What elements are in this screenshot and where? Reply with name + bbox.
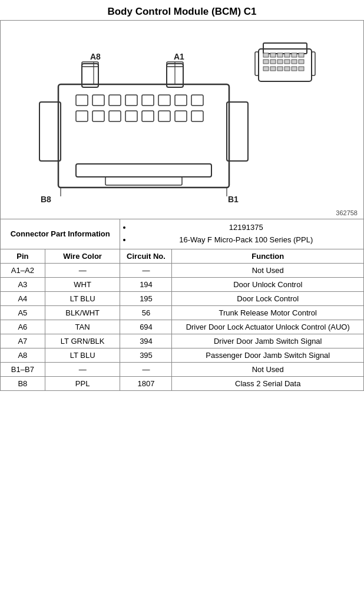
cell-function: Door Lock Control <box>172 291 364 305</box>
diagram-area: A8 A1 B8 B1 362758 <box>0 20 364 219</box>
table-row: B1–B7——Not Used <box>1 362 364 376</box>
svg-rect-10 <box>277 60 283 64</box>
header-function: Function <box>172 249 364 263</box>
connector-detail-2: 16-Way F Micro-Pack 100 Series (PPL) <box>132 234 360 246</box>
svg-rect-17 <box>284 67 290 71</box>
svg-rect-44 <box>191 111 203 121</box>
cell-pin: A7 <box>1 334 45 348</box>
header-circuit-no: Circuit No. <box>120 249 172 263</box>
cell-pin: B8 <box>1 376 45 390</box>
connector-detail-1: 12191375 <box>132 222 360 234</box>
table-row: B8PPL1807Class 2 Serial Data <box>1 376 364 390</box>
svg-rect-45 <box>76 164 211 177</box>
svg-rect-40 <box>125 111 137 121</box>
cell-wire-color: LT BLU <box>45 291 120 305</box>
cell-function: Door Unlock Control <box>172 277 364 291</box>
cell-pin: B1–B7 <box>1 362 45 376</box>
cell-pin: A5 <box>1 305 45 320</box>
svg-rect-38 <box>92 111 104 121</box>
table-row: A6TAN694Driver Door Lock Actuator Unlock… <box>1 320 364 334</box>
cell-function: Not Used <box>172 263 364 277</box>
svg-rect-12 <box>292 60 297 64</box>
svg-rect-29 <box>76 95 88 106</box>
cell-circuit-no: — <box>120 263 172 277</box>
connector-diagram: A8 A1 B8 B1 <box>23 25 341 214</box>
svg-rect-35 <box>175 95 187 106</box>
svg-rect-11 <box>284 60 290 64</box>
cell-circuit-no: 56 <box>120 305 172 320</box>
svg-rect-5 <box>284 53 290 57</box>
connector-info-details: 12191375 16-Way F Micro-Pack 100 Series … <box>120 219 364 249</box>
svg-rect-30 <box>92 95 104 106</box>
svg-rect-37 <box>76 111 88 121</box>
svg-rect-34 <box>158 95 170 106</box>
svg-rect-8 <box>263 60 269 64</box>
svg-rect-16 <box>277 67 283 71</box>
label-a1: A1 <box>174 52 184 61</box>
page-title: Body Control Module (BCM) C1 <box>0 0 364 20</box>
svg-rect-31 <box>109 95 121 106</box>
cell-function: Driver Door Lock Actuator Unlock Control… <box>172 320 364 334</box>
cell-pin: A3 <box>1 277 45 291</box>
cell-circuit-no: 694 <box>120 320 172 334</box>
table-row: A1–A2——Not Used <box>1 263 364 277</box>
cell-wire-color: WHT <box>45 277 120 291</box>
table-header-row: Pin Wire Color Circuit No. Function <box>1 249 364 263</box>
svg-rect-18 <box>292 67 297 71</box>
table-row: A5BLK/WHT56Trunk Release Motor Control <box>1 305 364 320</box>
cell-wire-color: PPL <box>45 376 120 390</box>
main-table: Connector Part Information 12191375 16-W… <box>0 219 364 391</box>
cell-wire-color: BLK/WHT <box>45 305 120 320</box>
svg-rect-42 <box>158 111 170 121</box>
svg-rect-2 <box>263 53 269 57</box>
svg-rect-36 <box>191 95 203 106</box>
svg-rect-27 <box>39 102 61 161</box>
cell-wire-color: LT GRN/BLK <box>45 334 120 348</box>
svg-rect-15 <box>270 67 276 71</box>
header-pin: Pin <box>1 249 45 263</box>
diagram-number: 362758 <box>336 209 358 216</box>
cell-pin: A6 <box>1 320 45 334</box>
cell-function: Class 2 Serial Data <box>172 376 364 390</box>
table-row: A7LT GRN/BLK394Driver Door Jamb Switch S… <box>1 334 364 348</box>
cell-pin: A1–A2 <box>1 263 45 277</box>
svg-rect-19 <box>299 67 304 71</box>
cell-wire-color: — <box>45 263 120 277</box>
svg-rect-32 <box>125 95 137 106</box>
svg-rect-14 <box>263 67 269 71</box>
svg-rect-41 <box>142 111 154 121</box>
cell-circuit-no: — <box>120 362 172 376</box>
table-row: A8LT BLU395Passenger Door Jamb Switch Si… <box>1 348 364 362</box>
svg-rect-28 <box>227 102 248 161</box>
cell-wire-color: TAN <box>45 320 120 334</box>
cell-circuit-no: 195 <box>120 291 172 305</box>
connector-info-row: Connector Part Information 12191375 16-W… <box>1 219 364 249</box>
svg-rect-4 <box>277 53 283 57</box>
cell-pin: A4 <box>1 291 45 305</box>
cell-function: Not Used <box>172 362 364 376</box>
svg-rect-3 <box>270 53 276 57</box>
cell-wire-color: LT BLU <box>45 348 120 362</box>
cell-circuit-no: 1807 <box>120 376 172 390</box>
svg-rect-13 <box>299 60 304 64</box>
cell-function: Passenger Door Jamb Switch Signal <box>172 348 364 362</box>
cell-wire-color: — <box>45 362 120 376</box>
svg-rect-9 <box>270 60 276 64</box>
cell-pin: A8 <box>1 348 45 362</box>
connector-info-label: Connector Part Information <box>1 219 120 249</box>
svg-rect-6 <box>292 53 297 57</box>
table-row: A4LT BLU195Door Lock Control <box>1 291 364 305</box>
label-b1: B1 <box>228 195 239 204</box>
cell-circuit-no: 394 <box>120 334 172 348</box>
label-a8: A8 <box>90 52 101 61</box>
table-row: A3WHT194Door Unlock Control <box>1 277 364 291</box>
cell-function: Trunk Release Motor Control <box>172 305 364 320</box>
svg-rect-33 <box>142 95 154 106</box>
cell-circuit-no: 395 <box>120 348 172 362</box>
svg-rect-43 <box>175 111 187 121</box>
svg-rect-39 <box>109 111 121 121</box>
cell-function: Driver Door Jamb Switch Signal <box>172 334 364 348</box>
header-wire-color: Wire Color <box>45 249 120 263</box>
label-b8: B8 <box>41 195 51 204</box>
svg-rect-7 <box>299 53 304 57</box>
